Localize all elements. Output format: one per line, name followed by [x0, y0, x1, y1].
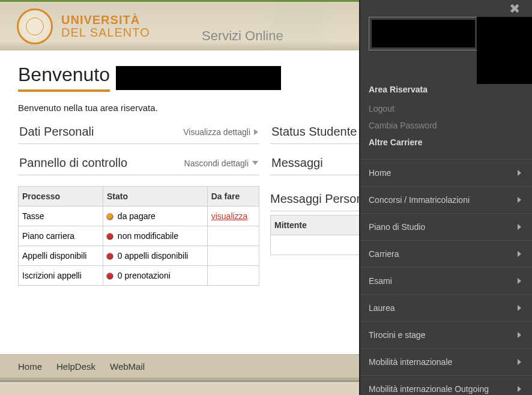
nav-item-esami[interactable]: Esami [360, 267, 532, 294]
nav-item-piano-di-studio[interactable]: Piano di Studio [360, 213, 532, 240]
cell-dafare: visualizza [207, 207, 259, 226]
chevron-right-icon [518, 305, 521, 311]
status-dot-icon [107, 253, 113, 259]
table-row: Iscrizioni appelli 0 prenotazioni [19, 266, 259, 286]
toggle-pannello-label: Nascondi dettagli [184, 158, 249, 168]
chevron-right-icon [518, 224, 521, 230]
side-area-riservata: Area Riservata Logout Cambia Password Al… [369, 85, 524, 151]
page-title: Benvenuto [18, 64, 110, 92]
close-icon[interactable]: ✖ [509, 1, 520, 17]
chevron-right-icon [518, 332, 521, 338]
chevron-down-icon [252, 161, 258, 165]
nav-item-label: Mobilità internazionale [369, 357, 452, 367]
chevron-right-icon [518, 170, 521, 176]
nav-item-label: Tirocini e stage [369, 330, 425, 340]
side-link-altre-carriere[interactable]: Altre Carriere [369, 134, 524, 151]
cell-stato: 0 appelli disponibili [103, 246, 207, 266]
nav-item-label: Mobilità internazionale Outgoing [369, 384, 489, 394]
cell-processo: Appelli disponibili [19, 246, 103, 266]
table-row: Piano carriera non modificabile [19, 226, 259, 246]
nav-item-label: Concorsi / Immatricolazioni [369, 195, 470, 205]
side-section-title: Area Riservata [369, 85, 524, 94]
logo-line1: UNIVERSITÀ [61, 13, 140, 26]
section-pannello[interactable]: Pannello di controllo Nascondi dettagli [18, 151, 259, 175]
chevron-right-icon [518, 197, 521, 203]
toggle-dati[interactable]: Visualizza dettagli [183, 127, 258, 137]
status-dot-icon [107, 214, 113, 220]
side-link-cambia-password[interactable]: Cambia Password [369, 117, 524, 134]
side-nav: HomeConcorsi / ImmatricolazioniPiano di … [360, 159, 532, 395]
status-dot-icon [107, 234, 113, 240]
cell-stato: non modificabile [103, 226, 207, 246]
th-dafare: Da fare [207, 187, 259, 207]
chevron-right-icon [518, 359, 521, 365]
cell-dafare [207, 226, 259, 246]
toggle-pannello[interactable]: Nascondi dettagli [184, 158, 258, 168]
table-row: Tasse da pagarevisualizza [19, 207, 259, 226]
nav-item-label: Laurea [369, 303, 395, 313]
footer-link-home[interactable]: Home [18, 361, 42, 372]
section-title-status: Status Studente [271, 125, 357, 139]
logo-line2: DEL SALENTO [61, 26, 150, 39]
nav-item-label: Home [369, 168, 391, 178]
nav-item-label: Carriera [369, 249, 399, 259]
cell-processo: Tasse [19, 207, 103, 226]
cell-dafare [207, 246, 259, 266]
section-title-messaggi: Messaggi [271, 156, 323, 170]
nav-item-tirocini-e-stage[interactable]: Tirocini e stage [360, 321, 532, 348]
nav-item-home[interactable]: Home [360, 159, 532, 186]
visualizza-link[interactable]: visualizza [211, 211, 248, 221]
cell-stato: 0 prenotazioni [103, 266, 207, 286]
section-title-pannello: Pannello di controllo [19, 156, 127, 170]
status-dot-icon [107, 273, 113, 279]
table-row: Appelli disponibili 0 appelli disponibil… [19, 246, 259, 266]
cell-processo: Piano carriera [19, 226, 103, 246]
header-decoration-icon [244, 2, 352, 50]
section-title-dati: Dati Personali [19, 125, 94, 139]
side-panel: ✖ Area Riservata Logout Cambia Password … [359, 0, 532, 395]
cell-stato: da pagare [103, 207, 207, 226]
logo-seal-icon [17, 8, 53, 44]
section-dati-personali[interactable]: Dati Personali Visualizza dettagli [18, 120, 259, 144]
footer-link-helpdesk[interactable]: HelpDesk [56, 361, 95, 372]
nav-item-mobilit-internazionale-outgoing[interactable]: Mobilità internazionale Outgoing [360, 375, 532, 395]
toggle-dati-label: Visualizza dettagli [183, 127, 250, 137]
logo: UNIVERSITÀ DEL SALENTO [17, 8, 150, 44]
chevron-right-icon [518, 251, 521, 257]
side-user-box [369, 17, 478, 50]
control-panel-table: Processo Stato Da fare Tasse da pagarevi… [18, 186, 259, 286]
nav-item-carriera[interactable]: Carriera [360, 240, 532, 267]
nav-item-mobilit-internazionale[interactable]: Mobilità internazionale [360, 348, 532, 375]
chevron-right-icon [254, 129, 258, 135]
nav-item-label: Piano di Studio [369, 222, 425, 232]
section-title-msgp: Messaggi Personal [270, 192, 372, 205]
cell-dafare [207, 266, 259, 286]
redacted-user-box [372, 20, 475, 47]
cell-processo: Iscrizioni appelli [19, 266, 103, 286]
th-processo: Processo [19, 187, 103, 207]
logo-text: UNIVERSITÀ DEL SALENTO [61, 14, 150, 39]
th-stato: Stato [103, 187, 207, 207]
nav-item-laurea[interactable]: Laurea [360, 294, 532, 321]
nav-item-concorsi-immatricolazioni[interactable]: Concorsi / Immatricolazioni [360, 186, 532, 213]
chevron-right-icon [518, 278, 521, 284]
side-link-logout[interactable]: Logout [369, 100, 524, 117]
footer-link-webmail[interactable]: WebMail [110, 361, 145, 372]
redacted-side-box [477, 17, 532, 84]
nav-item-label: Esami [369, 276, 392, 286]
chevron-right-icon [518, 386, 521, 392]
redacted-user-name [116, 66, 281, 90]
